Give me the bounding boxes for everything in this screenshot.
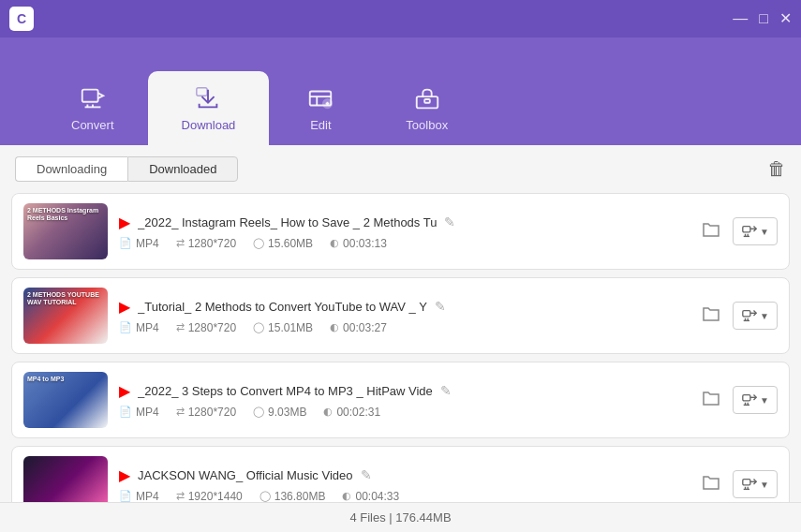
format-value: MP4: [136, 237, 159, 250]
file-title-row: ▶ JACKSON WANG_ Official Music Video ✎: [119, 466, 686, 484]
thumb-text: MP4 to MP3: [27, 376, 104, 383]
file-list: 2 METHODS Instagram Reels Basics ▶ _2022…: [0, 193, 801, 502]
thumb-text: 2 METHODS Instagram Reels Basics: [27, 207, 104, 223]
svg-rect-1: [197, 88, 207, 96]
subtab-downloaded[interactable]: Downloaded: [127, 156, 238, 182]
maximize-button[interactable]: □: [759, 11, 768, 26]
edit-icon[interactable]: ✎: [444, 214, 455, 229]
resolution-value: 1280*720: [188, 406, 236, 419]
resolution-value: 1280*720: [188, 237, 236, 250]
footer: 4 Files | 176.44MB: [0, 502, 801, 532]
resolution-icon: ⇄: [176, 237, 185, 249]
svg-rect-7: [743, 311, 750, 317]
size-value: 15.60MB: [268, 237, 313, 250]
file-info: ▶ JACKSON WANG_ Official Music Video ✎ 📄…: [119, 466, 686, 503]
tab-download-label: Download: [182, 118, 236, 132]
tab-edit-label: Edit: [310, 118, 331, 132]
convert-format-button[interactable]: ▼: [733, 386, 778, 414]
file-resolution: ⇄ 1920*1440: [176, 490, 243, 503]
size-value: 136.80MB: [274, 490, 326, 503]
list-item: 2 METHODS Instagram Reels Basics ▶ _2022…: [11, 193, 790, 270]
minimize-button[interactable]: —: [733, 11, 748, 26]
size-icon: ◯: [253, 237, 264, 249]
convert-format-button[interactable]: ▼: [733, 217, 778, 245]
resolution-icon: ⇄: [176, 321, 185, 333]
file-thumbnail: 2 METHODS YOUTUBE WAV TUTORIAL: [23, 288, 108, 344]
file-title: _2022_ 3 Steps to Convert MP4 to MP3 _ H…: [138, 384, 433, 398]
duration-icon: ◐: [330, 321, 339, 333]
edit-icon[interactable]: ✎: [435, 299, 446, 314]
open-folder-button[interactable]: [697, 215, 725, 248]
list-item: 2 METHODS YOUTUBE WAV TUTORIAL ▶ _Tutori…: [11, 277, 790, 354]
file-meta: 📄 MP4 ⇄ 1280*720 ◯ 9.03MB ◐ 00:02:31: [119, 406, 686, 419]
tab-convert[interactable]: Convert: [37, 71, 148, 145]
file-title: _2022_ Instagram Reels_ How to Save _ 2 …: [138, 215, 437, 229]
size-icon: ◯: [260, 490, 271, 502]
file-title: _Tutorial_ 2 Methods to Convert YouTube …: [138, 300, 427, 314]
file-duration: ◐ 00:03:13: [330, 237, 387, 250]
tab-toolbox[interactable]: Toolbox: [372, 71, 482, 145]
edit-icon[interactable]: ✎: [361, 467, 372, 482]
sub-tabs: Downloading Downloaded: [15, 156, 238, 182]
close-button[interactable]: ✕: [779, 11, 792, 26]
format-icon: 📄: [119, 490, 132, 502]
file-thumbnail: [23, 456, 108, 502]
resolution-value: 1920*1440: [188, 490, 243, 503]
file-resolution: ⇄ 1280*720: [176, 406, 236, 419]
file-thumbnail: 2 METHODS Instagram Reels Basics: [23, 203, 108, 259]
convert-icon: [741, 476, 758, 493]
convert-btn-arrow: ▼: [760, 227, 769, 237]
edit-icon[interactable]: ✎: [440, 383, 452, 398]
tab-edit[interactable]: Edit: [269, 71, 372, 145]
list-item: MP4 to MP3 ▶ _2022_ 3 Steps to Convert M…: [11, 362, 790, 438]
svg-rect-0: [82, 90, 98, 102]
file-actions: ▼: [697, 215, 778, 248]
file-size: ◯ 9.03MB: [253, 406, 306, 419]
convert-btn-arrow: ▼: [760, 311, 769, 321]
youtube-icon: ▶: [119, 466, 130, 484]
main-content: Downloading Downloaded 🗑 2 METHODS Insta…: [0, 145, 801, 532]
duration-value: 00:02:31: [336, 406, 380, 419]
tab-toolbox-label: Toolbox: [406, 118, 448, 132]
tab-download[interactable]: Download: [148, 71, 270, 145]
convert-icon: [741, 307, 758, 324]
open-folder-button[interactable]: [697, 468, 725, 501]
folder-icon: [701, 219, 721, 240]
file-actions: ▼: [697, 468, 778, 501]
thumb-text: 2 METHODS YOUTUBE WAV TUTORIAL: [27, 291, 104, 307]
delete-all-button[interactable]: 🗑: [767, 158, 786, 180]
tab-convert-label: Convert: [71, 118, 114, 132]
file-duration: ◐ 00:02:31: [323, 406, 380, 419]
format-value: MP4: [136, 406, 159, 419]
duration-value: 00:03:13: [343, 237, 387, 250]
convert-format-button[interactable]: ▼: [733, 302, 778, 330]
file-summary: 4 Files | 176.44MB: [349, 510, 451, 525]
resolution-value: 1280*720: [188, 321, 236, 334]
file-title-row: ▶ _2022_ Instagram Reels_ How to Save _ …: [119, 214, 686, 231]
convert-format-button[interactable]: ▼: [733, 470, 778, 498]
window-controls: — □ ✕: [733, 11, 792, 26]
duration-icon: ◐: [330, 237, 339, 249]
file-meta: 📄 MP4 ⇄ 1920*1440 ◯ 136.80MB ◐ 00:04:33: [119, 490, 686, 503]
file-actions: ▼: [697, 384, 778, 417]
duration-icon: ◐: [323, 406, 333, 418]
format-value: MP4: [136, 490, 159, 503]
open-folder-button[interactable]: [697, 384, 725, 417]
file-resolution: ⇄ 1280*720: [176, 321, 236, 334]
folder-icon: [701, 472, 721, 493]
convert-icon: [741, 392, 758, 408]
file-meta: 📄 MP4 ⇄ 1280*720 ◯ 15.60MB ◐ 00:03:13: [119, 237, 686, 250]
file-format: 📄 MP4: [119, 321, 159, 334]
svg-rect-5: [424, 99, 430, 103]
size-icon: ◯: [253, 406, 264, 418]
size-icon: ◯: [253, 321, 264, 333]
size-value: 15.01MB: [268, 321, 313, 334]
folder-icon: [701, 388, 721, 408]
open-folder-button[interactable]: [697, 300, 725, 332]
youtube-icon: ▶: [119, 298, 130, 316]
subtab-downloading[interactable]: Downloading: [15, 156, 127, 182]
file-size: ◯ 136.80MB: [260, 490, 326, 503]
file-duration: ◐ 00:04:33: [342, 490, 399, 503]
file-actions: ▼: [697, 300, 778, 332]
duration-icon: ◐: [342, 490, 351, 502]
